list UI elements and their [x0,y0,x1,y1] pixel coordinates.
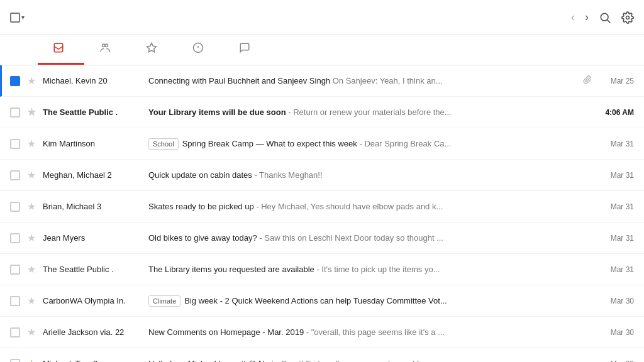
star-icon[interactable]: ★ [25,200,38,212]
row-checkbox[interactable] [10,233,20,243]
email-snippet: - Saw this on Leschi Next Door today so … [257,233,443,243]
email-sender: Michael, Tom 3 [43,359,143,362]
star-icon[interactable]: ★ [25,232,38,244]
email-sender: Michael, Kevin 20 [43,76,143,85]
email-date: Mar 31 [599,171,634,180]
email-row[interactable]: ★CarbonWA Olympia In.ClimateBig week - 2… [0,285,644,317]
email-subject: New Comments on Homepage - Mar. 2019 [148,327,304,337]
star-icon[interactable]: ★ [25,358,38,362]
email-date: Mar 31 [599,140,634,148]
email-snippet: - "overall, this page seems like it's a … [304,327,445,337]
email-row[interactable]: ★Arielle Jackson via. 22New Comments on … [0,317,644,348]
forums-tab-icon [239,42,250,56]
promotions-tab-icon [146,42,157,56]
email-subject: The Library items you requested are avai… [148,265,314,274]
email-subject: Big week - 2 Quick Weekend Actions can h… [184,296,447,305]
toolbar-left: ▾ [10,13,40,23]
updates-tab-icon [192,42,204,56]
email-body: The Library items you requested are avai… [148,265,594,274]
chevron-down-icon[interactable]: ▾ [21,14,25,21]
checkbox-box[interactable] [10,13,20,23]
email-subject: Spring Break Camp — What to expect this … [182,139,357,148]
star-icon[interactable]: ★ [25,263,38,275]
email-date: Mar 30 [599,328,634,337]
email-badge: School [148,138,179,150]
email-row[interactable]: ★Kim MartinsonSchoolSpring Break Camp — … [0,128,644,160]
email-subject: Your Library items will be due soon [148,107,286,117]
search-icon[interactable] [599,11,611,24]
tabs-bar [0,35,644,65]
svg-point-5 [105,44,108,47]
select-all-checkbox[interactable]: ▾ [10,13,25,23]
star-icon[interactable]: ★ [25,75,38,87]
email-sender: Kim Martinson [43,139,143,148]
email-body: Connecting with Paul Buchheit and Sanjee… [148,76,578,85]
star-icon[interactable]: ★ [25,326,38,338]
email-row[interactable]: ★The Seattle Public .Your Library items … [0,97,644,128]
email-body: Old bikes to give away today? - Saw this… [148,233,594,243]
next-page-button[interactable]: › [585,11,589,24]
tab-promotions[interactable] [131,35,177,65]
email-sender: CarbonWA Olympia In. [43,296,143,305]
email-row[interactable]: ★Michael, Kevin 20Connecting with Paul B… [0,65,644,97]
row-checkbox[interactable] [10,296,20,306]
attachment-icon [583,75,592,87]
email-sender: Brian, Michael 3 [43,202,143,211]
row-checkbox[interactable] [10,202,20,212]
email-subject: Connecting with Paul Buchheit and Sanjee… [148,76,330,85]
email-snippet: - Dear Spring Break Ca... [357,139,452,148]
email-body: New Comments on Homepage - Mar. 2019 - "… [148,327,594,337]
prev-page-button[interactable]: ‹ [571,11,575,24]
row-checkbox[interactable] [10,139,20,149]
star-icon[interactable]: ★ [25,295,38,307]
tab-social[interactable] [84,35,131,65]
star-icon[interactable]: ★ [25,106,38,118]
toolbar: ▾ ‹ › [0,0,644,35]
svg-point-0 [601,13,608,21]
email-row[interactable]: ★Brian, Michael 3Skates ready to be pick… [0,191,644,222]
svg-point-2 [626,16,630,19]
email-body: ClimateBig week - 2 Quick Weekend Action… [148,295,594,307]
email-badge: Climate [148,295,180,307]
email-body: Quick update on cabin dates - Thanks Meg… [148,170,594,180]
row-checkbox[interactable] [10,327,20,337]
row-checkbox[interactable] [10,359,20,363]
row-checkbox[interactable] [10,76,20,86]
email-sender: The Seattle Public . [43,265,143,274]
email-date: Mar 25 [599,77,634,85]
email-subject: Hello from Michael Leggett @ Nori [148,359,274,362]
email-snippet: - Great! Friday afternoon sounds good fo… [274,359,442,362]
email-body: Hello from Michael Leggett @ Nori - Grea… [148,359,594,362]
toolbar-right: ‹ › [561,11,634,24]
email-subject: Quick update on cabin dates [148,170,252,180]
email-subject: Old bikes to give away today? [148,233,257,243]
email-sender: Jean Myers [43,233,143,243]
email-date: Mar 31 [599,265,634,274]
row-checkbox[interactable] [10,170,20,180]
row-checkbox[interactable] [10,107,20,118]
email-sender: Meghan, Michael 2 [43,170,143,180]
tab-updates[interactable] [177,35,224,65]
email-snippet: On Sanjeev: Yeah, I think an... [330,76,443,85]
email-date: Mar 31 [599,202,634,211]
email-snippet: - Return or renew your materials before … [286,107,452,117]
tab-forums[interactable] [224,35,270,65]
email-body: Your Library items will be due soon - Re… [148,107,594,117]
email-row[interactable]: ★Jean MyersOld bikes to give away today?… [0,222,644,254]
email-row[interactable]: ★Meghan, Michael 2Quick update on cabin … [0,160,644,191]
svg-marker-6 [147,43,157,52]
settings-icon[interactable] [621,11,634,24]
email-snippet: - Thanks Meghan!! [252,170,323,180]
tab-primary[interactable] [38,35,84,65]
social-tab-icon [99,42,111,56]
email-list: ★Michael, Kevin 20Connecting with Paul B… [0,65,644,362]
star-icon[interactable]: ★ [25,169,38,181]
star-icon[interactable]: ★ [25,138,38,150]
email-sender: Arielle Jackson via. 22 [43,327,143,337]
row-checkbox[interactable] [10,265,20,275]
email-sender: The Seattle Public . [43,107,143,117]
email-date: Mar 30 [599,359,634,363]
email-date: Mar 31 [599,234,634,243]
email-row[interactable]: ★The Seattle Public .The Library items y… [0,254,644,285]
email-row[interactable]: ★Michael, Tom 3Hello from Michael Legget… [0,348,644,362]
